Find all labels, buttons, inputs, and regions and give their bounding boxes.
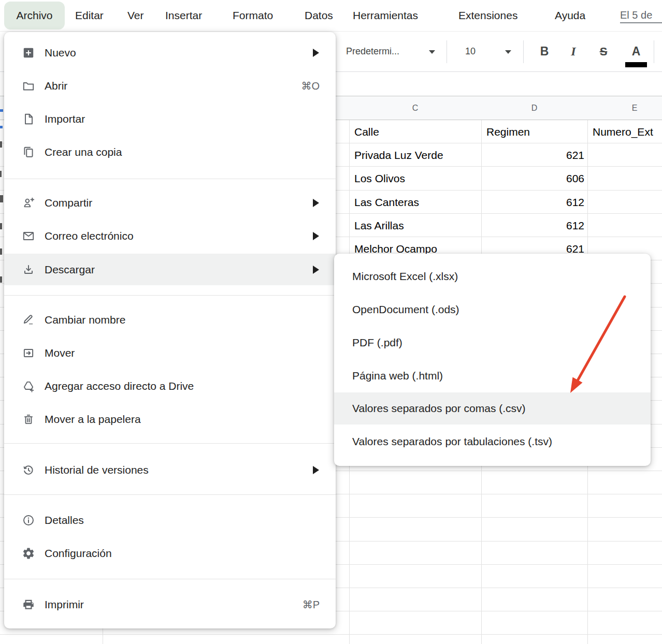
download-icon: [22, 263, 35, 276]
column-header-e[interactable]: E: [587, 96, 662, 120]
font-family-dropdown[interactable]: Predetermi...: [346, 32, 399, 71]
menu-separator: [4, 579, 336, 579]
file-menu: Nuevo Abrir ⌘O Importar Crear una copia …: [4, 32, 336, 628]
menubar-item-extensiones[interactable]: Extensiones: [458, 0, 517, 31]
submenu-item-html[interactable]: Página web (.html): [334, 360, 651, 392]
menu-item-detalles[interactable]: Detalles: [4, 504, 336, 537]
column-header-d[interactable]: D: [481, 96, 587, 120]
submenu-arrow-icon: [313, 199, 319, 207]
cell-d5[interactable]: 612: [481, 214, 584, 237]
version-history-icon: [22, 463, 35, 477]
chevron-down-icon[interactable]: [505, 50, 511, 54]
menubar-item-editar[interactable]: Editar: [75, 0, 104, 31]
row-number-fragment: [0, 171, 2, 177]
google-sheets-screen: C D E Calle Regimen Numero_Ext Privada L…: [0, 0, 662, 644]
row-selection-fragment: [0, 109, 3, 112]
italic-button[interactable]: I: [566, 32, 581, 71]
drive-shortcut-icon: [22, 379, 35, 393]
cell-c5[interactable]: Las Arillas: [354, 214, 479, 237]
menubar-item-ayuda[interactable]: Ayuda: [555, 0, 585, 31]
submenu-arrow-icon: [313, 232, 319, 240]
row-number-fragment: [0, 276, 2, 283]
submenu-item-csv[interactable]: Valores separados por comas (.csv): [334, 392, 651, 425]
font-size-dropdown[interactable]: 10: [459, 32, 482, 71]
menu-item-nuevo[interactable]: Nuevo: [4, 36, 336, 69]
move-folder-icon: [22, 346, 35, 360]
copy-icon: [22, 145, 35, 159]
menu-separator: [4, 179, 336, 179]
menubar-item-datos[interactable]: Datos: [305, 0, 333, 31]
menu-separator: [4, 443, 336, 444]
settings-icon: [22, 547, 35, 560]
menu-bar: Archivo Editar Ver Insertar Formato Dato…: [0, 0, 662, 31]
menu-item-importar[interactable]: Importar: [4, 103, 336, 136]
last-edit-underline: [620, 22, 662, 23]
row-number-fragment: [0, 195, 3, 202]
email-icon: [22, 229, 35, 243]
row-selection-fragment: [0, 126, 3, 128]
cell-e1[interactable]: Numero_Ext: [593, 120, 662, 143]
cell-c2[interactable]: Privada Luz Verde: [354, 143, 479, 167]
cell-d4[interactable]: 612: [481, 191, 584, 214]
submenu-item-xlsx[interactable]: Microsoft Excel (.xlsx): [334, 260, 651, 292]
submenu-item-ods[interactable]: OpenDocument (.ods): [334, 294, 651, 326]
bold-button[interactable]: B: [537, 32, 552, 71]
toolbar-divider: [523, 40, 524, 63]
row-number-fragment: [0, 223, 2, 229]
menu-item-correo-electronico[interactable]: Correo electrónico: [4, 219, 336, 253]
submenu-item-pdf[interactable]: PDF (.pdf): [334, 327, 651, 359]
text-color-swatch: [625, 62, 647, 67]
cell-d3[interactable]: 606: [481, 167, 584, 190]
import-icon: [22, 112, 35, 126]
chevron-down-icon[interactable]: [429, 50, 435, 54]
strikethrough-button[interactable]: S: [595, 32, 612, 71]
menu-item-mover-a-la-papelera[interactable]: Mover a la papelera: [4, 403, 336, 436]
menubar-item-archivo[interactable]: Archivo: [4, 2, 65, 30]
menu-item-descargar[interactable]: Descargar: [4, 254, 336, 285]
cell-c3[interactable]: Los Olivos: [354, 167, 479, 190]
rename-icon: [22, 313, 35, 327]
toolbar-divider: [447, 40, 447, 63]
menu-item-crear-una-copia[interactable]: Crear una copia: [4, 136, 336, 169]
submenu-item-tsv[interactable]: Valores separados por tabulaciones (.tsv…: [334, 426, 651, 458]
last-edit-link[interactable]: El 5 de: [620, 0, 652, 31]
submenu-arrow-icon: [313, 466, 319, 474]
menubar-item-insertar[interactable]: Insertar: [165, 0, 202, 31]
trash-icon: [22, 413, 35, 426]
print-icon: [22, 598, 35, 611]
row-number-fragment: [0, 248, 2, 255]
submenu-arrow-icon: [313, 266, 319, 274]
person-add-icon: [22, 196, 35, 210]
submenu-arrow-icon: [313, 49, 319, 57]
cell-c1[interactable]: Calle: [354, 120, 479, 143]
menu-item-agregar-acceso-directo-a-drive[interactable]: Agregar acceso directo a Drive: [4, 370, 336, 403]
menu-item-historial-de-versiones[interactable]: Historial de versiones: [4, 453, 336, 487]
menu-separator: [4, 494, 336, 495]
cell-d2[interactable]: 621: [481, 143, 584, 167]
menu-item-imprimir[interactable]: Imprimir ⌘P: [4, 588, 336, 621]
download-submenu: Microsoft Excel (.xlsx) OpenDocument (.o…: [334, 254, 651, 466]
shortcut-label: ⌘P: [303, 598, 320, 611]
menubar-item-ver[interactable]: Ver: [127, 0, 144, 31]
info-icon: [22, 514, 35, 527]
menu-item-abrir[interactable]: Abrir ⌘O: [4, 69, 336, 103]
menubar-item-herramientas[interactable]: Herramientas: [353, 0, 418, 31]
menubar-item-formato[interactable]: Formato: [233, 0, 273, 31]
shortcut-label: ⌘O: [301, 80, 320, 92]
menu-item-cambiar-nombre[interactable]: Cambiar nombre: [4, 303, 336, 336]
menu-separator: [4, 295, 336, 296]
menu-item-mover[interactable]: Mover: [4, 336, 336, 370]
new-spreadsheet-icon: [22, 46, 35, 60]
cell-c4[interactable]: Las Canteras: [354, 191, 479, 214]
row-number-fragment: [0, 141, 2, 148]
column-header-c[interactable]: C: [349, 96, 481, 120]
menu-item-configuracion[interactable]: Configuración: [4, 537, 336, 570]
folder-open-icon: [22, 79, 35, 93]
menu-item-compartir[interactable]: Compartir: [4, 186, 336, 219]
toolbar-divider: [654, 40, 654, 63]
cell-d1[interactable]: Regimen: [486, 120, 582, 143]
